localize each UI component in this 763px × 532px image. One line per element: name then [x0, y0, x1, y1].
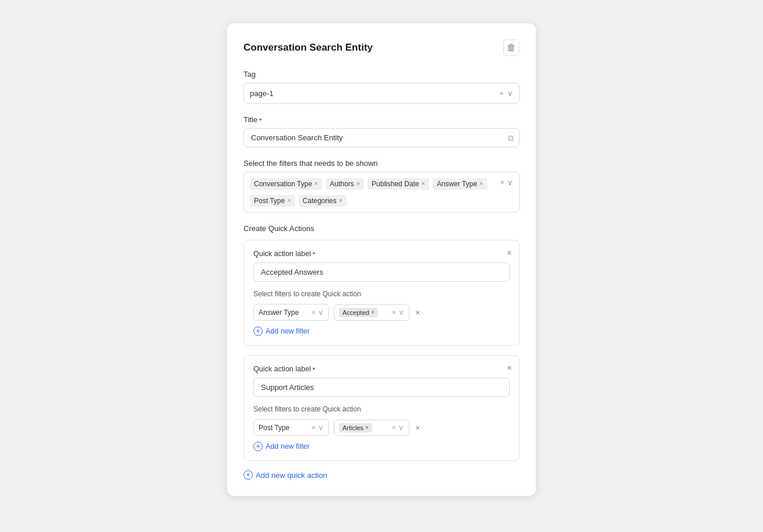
qa-filter-row-1: Answer Type × ∨ Accepted × × ∨: [253, 304, 510, 321]
add-qa-plus-icon: +: [243, 470, 253, 480]
remove-categories[interactable]: ×: [339, 197, 342, 204]
filters-chevron-icon[interactable]: ∨: [507, 178, 513, 187]
remove-conversation-type[interactable]: ×: [315, 180, 318, 187]
tag-clear-icon[interactable]: ×: [499, 89, 504, 98]
close-quick-action-1[interactable]: ×: [507, 247, 512, 257]
quick-actions-label: Create Quick Actions: [243, 224, 520, 233]
filter-chip-conversation-type: Conversation Type ×: [250, 178, 322, 190]
qa-filter-value-2[interactable]: Articles × × ∨: [334, 420, 409, 436]
remove-published-date[interactable]: ×: [421, 180, 425, 187]
qa-filter-label-2: Select filters to create Quick action: [253, 405, 510, 413]
qa-filter-type-1[interactable]: Answer Type × ∨: [253, 304, 329, 321]
filter-chip-categories: Categories ×: [299, 195, 347, 207]
fv-chevron-1[interactable]: ∨: [398, 308, 404, 317]
card-header: Conversation Search Entity 🗑: [243, 40, 520, 56]
filters-box-controls: × ∨: [500, 178, 513, 187]
filters-field-group: Select the filters that needs to be show…: [243, 159, 520, 212]
remove-answer-type[interactable]: ×: [479, 180, 483, 187]
delete-icon[interactable]: 🗑: [503, 40, 520, 56]
tag-value: page-1: [250, 89, 273, 98]
qa-filter-value-1[interactable]: Accepted × × ∨: [334, 304, 409, 321]
filter-type-chevron-2[interactable]: ∨: [318, 423, 324, 432]
copy-icon[interactable]: ⧉: [508, 133, 514, 143]
fv-chevron-2[interactable]: ∨: [398, 423, 404, 432]
tag-select[interactable]: page-1 × ∨: [243, 83, 520, 104]
remove-accepted[interactable]: ×: [371, 309, 375, 315]
title-input[interactable]: [243, 128, 520, 147]
filter-chip-published-date: Published Date ×: [368, 178, 429, 190]
remove-filter-row-1[interactable]: ×: [415, 308, 420, 317]
fv-clear-1[interactable]: ×: [391, 308, 396, 317]
qa-required-2: •: [313, 365, 315, 373]
qa-label-2: Quick action label•: [253, 365, 510, 373]
title-input-wrapper: ⧉: [243, 128, 520, 147]
quick-action-block-1: × Quick action label• Select filters to …: [243, 240, 520, 346]
add-filter-plus-icon-1: +: [253, 327, 263, 336]
qa-input-1[interactable]: [253, 263, 510, 282]
tag-chevron-icon[interactable]: ∨: [507, 89, 513, 98]
filter-chip-answer-type: Answer Type ×: [433, 178, 488, 190]
tag-field-group: Tag page-1 × ∨: [243, 70, 520, 104]
tag-label: Tag: [243, 70, 520, 79]
add-quick-action-btn[interactable]: + Add new quick action: [243, 470, 520, 480]
filter-type-clear-2[interactable]: ×: [311, 423, 316, 432]
qa-required-1: •: [313, 250, 315, 258]
filter-type-chevron-1[interactable]: ∨: [318, 308, 324, 317]
remove-articles[interactable]: ×: [365, 424, 369, 431]
title-required-dot: •: [259, 115, 262, 124]
filter-chip-post-type: Post Type ×: [250, 195, 295, 207]
qa-filter-label-1: Select filters to create Quick action: [253, 290, 510, 298]
quick-action-block-2: × Quick action label• Select filters to …: [243, 355, 520, 461]
filter-type-clear-1[interactable]: ×: [311, 308, 316, 317]
filter-chip-authors: Authors ×: [326, 178, 364, 190]
qa-label-1: Quick action label•: [253, 250, 510, 258]
add-filter-btn-1[interactable]: + Add new filter: [253, 327, 510, 336]
articles-chip: Articles ×: [339, 423, 372, 432]
accepted-chip: Accepted ×: [339, 308, 378, 317]
remove-authors[interactable]: ×: [356, 180, 360, 187]
card-title: Conversation Search Entity: [243, 42, 373, 54]
add-filter-plus-icon-2: +: [253, 442, 263, 451]
filters-tags-box[interactable]: Conversation Type × Authors × Published …: [243, 172, 520, 212]
filters-label: Select the filters that needs to be show…: [243, 159, 520, 168]
qa-filter-row-2: Post Type × ∨ Articles × × ∨: [253, 419, 510, 436]
title-label: Title•: [243, 115, 520, 124]
remove-post-type[interactable]: ×: [287, 197, 291, 204]
remove-filter-row-2[interactable]: ×: [415, 423, 420, 432]
qa-input-2[interactable]: [253, 378, 510, 397]
fv-clear-2[interactable]: ×: [391, 423, 396, 432]
tag-select-controls: × ∨: [499, 89, 513, 98]
close-quick-action-2[interactable]: ×: [507, 363, 512, 373]
add-filter-btn-2[interactable]: + Add new filter: [253, 442, 510, 451]
qa-filter-type-2[interactable]: Post Type × ∨: [253, 419, 329, 436]
title-field-group: Title• ⧉: [243, 115, 520, 147]
conversation-search-entity-card: Conversation Search Entity 🗑 Tag page-1 …: [227, 23, 536, 496]
filters-clear-icon[interactable]: ×: [500, 178, 504, 187]
